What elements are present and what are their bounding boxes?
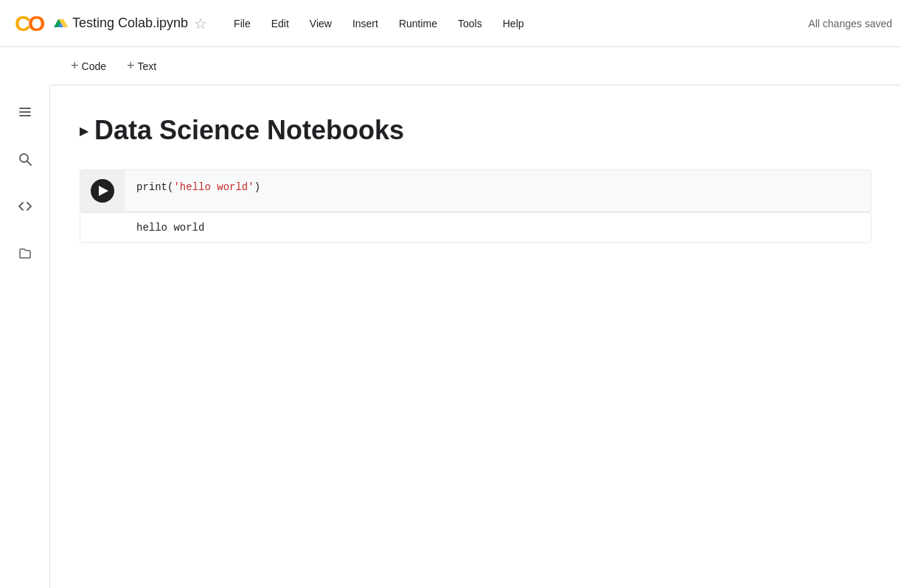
nav-view[interactable]: View (301, 13, 341, 34)
notebook-title-heading: Data Science Notebooks (94, 115, 404, 146)
nav-tools[interactable]: Tools (449, 13, 491, 34)
code-close-paren: ) (254, 181, 260, 193)
toolbar: + Code + Text (50, 47, 901, 85)
code-editor[interactable]: print('hello world') (125, 170, 871, 211)
sidebar-code-icon[interactable] (10, 192, 40, 221)
nav-file[interactable]: File (225, 13, 260, 34)
run-button-area (80, 170, 125, 211)
play-icon (99, 186, 108, 196)
plus-icon-2: + (127, 58, 135, 74)
code-cell-inner: print('hello world') (80, 170, 871, 211)
sidebar-files-icon[interactable] (10, 239, 40, 268)
main-layout: ▶ Data Science Notebooks print('hello wo… (0, 85, 901, 588)
notebook-heading: ▶ Data Science Notebooks (80, 115, 872, 146)
nav-insert[interactable]: Insert (344, 13, 387, 34)
star-icon[interactable]: ☆ (194, 15, 207, 32)
code-string: 'hello world' (173, 181, 254, 193)
sidebar (0, 85, 50, 588)
save-status: All changes saved (808, 18, 892, 29)
cell-output: hello world (80, 212, 872, 243)
add-code-button[interactable]: + Code (62, 54, 115, 78)
code-cell: print('hello world') (80, 169, 872, 212)
add-code-label: Code (82, 60, 106, 72)
output-text: hello world (136, 222, 204, 234)
header: C O Testing Colab.ipynb ☆ File Edit View… (0, 0, 901, 47)
svg-text:O: O (28, 11, 45, 35)
svg-rect-7 (19, 108, 31, 109)
add-text-button[interactable]: + Text (118, 54, 165, 78)
svg-rect-9 (19, 115, 31, 116)
plus-icon: + (71, 58, 79, 74)
nav-runtime[interactable]: Runtime (390, 13, 446, 34)
header-nav: File Edit View Insert Runtime Tools Help (225, 13, 808, 34)
notebook-content: ▶ Data Science Notebooks print('hello wo… (50, 85, 901, 588)
nav-edit[interactable]: Edit (262, 13, 298, 34)
nav-help[interactable]: Help (494, 13, 533, 34)
code-func: print (136, 181, 167, 193)
colab-logo: C O (9, 4, 47, 43)
svg-line-11 (27, 161, 31, 165)
notebook-title: Testing Colab.ipynb (72, 15, 188, 31)
sidebar-toc-icon[interactable] (10, 97, 40, 127)
drive-icon (53, 15, 69, 32)
add-text-label: Text (138, 60, 157, 72)
code-line: print('hello world') (136, 179, 859, 195)
run-cell-button[interactable] (91, 179, 114, 203)
svg-rect-8 (19, 111, 31, 113)
sidebar-search-icon[interactable] (10, 144, 40, 174)
heading-collapse-arrow[interactable]: ▶ (80, 124, 88, 138)
